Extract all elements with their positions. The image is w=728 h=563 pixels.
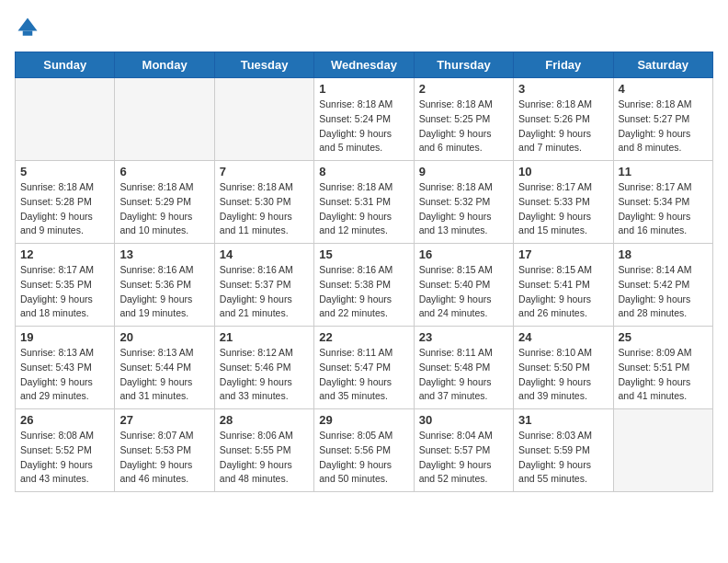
day-number: 7 bbox=[220, 165, 309, 178]
day-number: 30 bbox=[419, 413, 508, 427]
calendar-cell: 4Sunrise: 8:18 AM Sunset: 5:27 PM Daylig… bbox=[613, 78, 712, 161]
day-number: 19 bbox=[20, 330, 109, 344]
day-number: 8 bbox=[319, 165, 408, 178]
logo bbox=[15, 15, 44, 40]
day-header-friday: Friday bbox=[514, 52, 613, 78]
calendar-cell: 31Sunrise: 8:03 AM Sunset: 5:59 PM Dayli… bbox=[514, 409, 613, 492]
day-header-saturday: Saturday bbox=[613, 52, 712, 78]
day-number: 5 bbox=[20, 165, 109, 178]
calendar-cell: 21Sunrise: 8:12 AM Sunset: 5:46 PM Dayli… bbox=[214, 327, 313, 409]
day-number: 11 bbox=[619, 165, 708, 178]
calendar-cell: 29Sunrise: 8:05 AM Sunset: 5:56 PM Dayli… bbox=[314, 409, 414, 492]
svg-rect-1 bbox=[23, 31, 33, 36]
day-number: 6 bbox=[119, 165, 209, 178]
day-number: 22 bbox=[319, 330, 408, 344]
cell-info: Sunrise: 8:04 AM Sunset: 5:57 PM Dayligh… bbox=[419, 429, 508, 487]
cell-info: Sunrise: 8:18 AM Sunset: 5:31 PM Dayligh… bbox=[319, 180, 408, 238]
cell-info: Sunrise: 8:05 AM Sunset: 5:56 PM Dayligh… bbox=[319, 429, 408, 487]
cell-info: Sunrise: 8:17 AM Sunset: 5:35 PM Dayligh… bbox=[20, 263, 109, 321]
cell-info: Sunrise: 8:03 AM Sunset: 5:59 PM Dayligh… bbox=[518, 429, 608, 487]
day-number: 26 bbox=[20, 413, 109, 427]
day-number: 9 bbox=[419, 165, 508, 178]
week-row-2: 5Sunrise: 8:18 AM Sunset: 5:28 PM Daylig… bbox=[16, 161, 713, 244]
calendar-cell: 12Sunrise: 8:17 AM Sunset: 5:35 PM Dayli… bbox=[16, 244, 115, 327]
cell-info: Sunrise: 8:18 AM Sunset: 5:24 PM Dayligh… bbox=[319, 98, 408, 155]
logo-icon bbox=[15, 15, 40, 40]
day-number: 1 bbox=[319, 82, 408, 96]
cell-info: Sunrise: 8:18 AM Sunset: 5:30 PM Dayligh… bbox=[220, 180, 309, 238]
calendar-cell bbox=[115, 78, 214, 161]
calendar-cell: 30Sunrise: 8:04 AM Sunset: 5:57 PM Dayli… bbox=[414, 409, 513, 492]
cell-info: Sunrise: 8:13 AM Sunset: 5:43 PM Dayligh… bbox=[20, 346, 109, 404]
week-row-1: 1Sunrise: 8:18 AM Sunset: 5:24 PM Daylig… bbox=[16, 78, 713, 161]
day-number: 13 bbox=[119, 247, 209, 261]
calendar-cell: 5Sunrise: 8:18 AM Sunset: 5:28 PM Daylig… bbox=[16, 161, 115, 244]
calendar-cell: 16Sunrise: 8:15 AM Sunset: 5:40 PM Dayli… bbox=[414, 244, 513, 327]
calendar-cell: 7Sunrise: 8:18 AM Sunset: 5:30 PM Daylig… bbox=[214, 161, 313, 244]
week-row-4: 19Sunrise: 8:13 AM Sunset: 5:43 PM Dayli… bbox=[16, 327, 713, 409]
cell-info: Sunrise: 8:18 AM Sunset: 5:28 PM Dayligh… bbox=[20, 180, 109, 238]
calendar-cell bbox=[613, 409, 712, 492]
calendar-cell: 23Sunrise: 8:11 AM Sunset: 5:48 PM Dayli… bbox=[414, 327, 513, 409]
calendar-cell: 18Sunrise: 8:14 AM Sunset: 5:42 PM Dayli… bbox=[613, 244, 712, 327]
calendar-cell: 3Sunrise: 8:18 AM Sunset: 5:26 PM Daylig… bbox=[514, 78, 613, 161]
cell-info: Sunrise: 8:18 AM Sunset: 5:26 PM Dayligh… bbox=[518, 98, 608, 155]
calendar-cell: 20Sunrise: 8:13 AM Sunset: 5:44 PM Dayli… bbox=[115, 327, 214, 409]
week-row-3: 12Sunrise: 8:17 AM Sunset: 5:35 PM Dayli… bbox=[16, 244, 713, 327]
day-number: 28 bbox=[220, 413, 309, 427]
day-number: 25 bbox=[619, 330, 708, 344]
cell-info: Sunrise: 8:17 AM Sunset: 5:34 PM Dayligh… bbox=[619, 180, 708, 238]
calendar-cell bbox=[16, 78, 115, 161]
cell-info: Sunrise: 8:16 AM Sunset: 5:36 PM Dayligh… bbox=[119, 263, 209, 321]
day-headers-row: SundayMondayTuesdayWednesdayThursdayFrid… bbox=[16, 52, 713, 78]
header bbox=[15, 15, 713, 40]
calendar-cell: 1Sunrise: 8:18 AM Sunset: 5:24 PM Daylig… bbox=[314, 78, 414, 161]
day-number: 29 bbox=[319, 413, 408, 427]
calendar-cell: 27Sunrise: 8:07 AM Sunset: 5:53 PM Dayli… bbox=[115, 409, 214, 492]
calendar-cell: 9Sunrise: 8:18 AM Sunset: 5:32 PM Daylig… bbox=[414, 161, 513, 244]
day-number: 18 bbox=[619, 247, 708, 261]
day-header-monday: Monday bbox=[115, 52, 214, 78]
calendar-cell: 15Sunrise: 8:16 AM Sunset: 5:38 PM Dayli… bbox=[314, 244, 414, 327]
day-number: 20 bbox=[119, 330, 209, 344]
calendar-cell: 14Sunrise: 8:16 AM Sunset: 5:37 PM Dayli… bbox=[214, 244, 313, 327]
cell-info: Sunrise: 8:06 AM Sunset: 5:55 PM Dayligh… bbox=[220, 429, 309, 487]
cell-info: Sunrise: 8:08 AM Sunset: 5:52 PM Dayligh… bbox=[20, 429, 109, 487]
day-number: 2 bbox=[419, 82, 508, 96]
day-number: 24 bbox=[518, 330, 608, 344]
calendar-cell bbox=[214, 78, 313, 161]
cell-info: Sunrise: 8:18 AM Sunset: 5:32 PM Dayligh… bbox=[419, 180, 508, 238]
day-number: 27 bbox=[119, 413, 209, 427]
cell-info: Sunrise: 8:11 AM Sunset: 5:48 PM Dayligh… bbox=[419, 346, 508, 404]
cell-info: Sunrise: 8:15 AM Sunset: 5:41 PM Dayligh… bbox=[518, 263, 608, 321]
cell-info: Sunrise: 8:16 AM Sunset: 5:37 PM Dayligh… bbox=[220, 263, 309, 321]
calendar-cell: 26Sunrise: 8:08 AM Sunset: 5:52 PM Dayli… bbox=[16, 409, 115, 492]
day-number: 4 bbox=[619, 82, 708, 96]
calendar-cell: 11Sunrise: 8:17 AM Sunset: 5:34 PM Dayli… bbox=[613, 161, 712, 244]
cell-info: Sunrise: 8:18 AM Sunset: 5:25 PM Dayligh… bbox=[419, 98, 508, 155]
cell-info: Sunrise: 8:09 AM Sunset: 5:51 PM Dayligh… bbox=[619, 346, 708, 404]
day-number: 10 bbox=[518, 165, 608, 178]
day-number: 15 bbox=[319, 247, 408, 261]
calendar-cell: 22Sunrise: 8:11 AM Sunset: 5:47 PM Dayli… bbox=[314, 327, 414, 409]
calendar-cell: 2Sunrise: 8:18 AM Sunset: 5:25 PM Daylig… bbox=[414, 78, 513, 161]
cell-info: Sunrise: 8:16 AM Sunset: 5:38 PM Dayligh… bbox=[319, 263, 408, 321]
svg-marker-0 bbox=[18, 18, 38, 31]
calendar-cell: 24Sunrise: 8:10 AM Sunset: 5:50 PM Dayli… bbox=[514, 327, 613, 409]
cell-info: Sunrise: 8:11 AM Sunset: 5:47 PM Dayligh… bbox=[319, 346, 408, 404]
day-number: 14 bbox=[220, 247, 309, 261]
calendar-cell: 8Sunrise: 8:18 AM Sunset: 5:31 PM Daylig… bbox=[314, 161, 414, 244]
cell-info: Sunrise: 8:12 AM Sunset: 5:46 PM Dayligh… bbox=[220, 346, 309, 404]
cell-info: Sunrise: 8:14 AM Sunset: 5:42 PM Dayligh… bbox=[619, 263, 708, 321]
day-number: 12 bbox=[20, 247, 109, 261]
day-number: 17 bbox=[518, 247, 608, 261]
cell-info: Sunrise: 8:13 AM Sunset: 5:44 PM Dayligh… bbox=[119, 346, 209, 404]
calendar: SundayMondayTuesdayWednesdayThursdayFrid… bbox=[15, 52, 713, 492]
day-number: 16 bbox=[419, 247, 508, 261]
week-row-5: 26Sunrise: 8:08 AM Sunset: 5:52 PM Dayli… bbox=[16, 409, 713, 492]
cell-info: Sunrise: 8:17 AM Sunset: 5:33 PM Dayligh… bbox=[518, 180, 608, 238]
day-header-tuesday: Tuesday bbox=[214, 52, 313, 78]
day-number: 3 bbox=[518, 82, 608, 96]
day-header-wednesday: Wednesday bbox=[314, 52, 414, 78]
day-number: 21 bbox=[220, 330, 309, 344]
